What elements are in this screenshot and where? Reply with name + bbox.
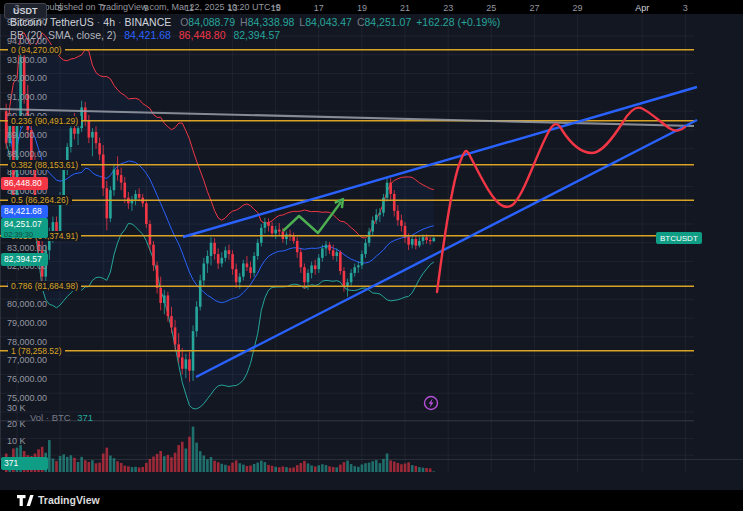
candle-body [303, 267, 306, 282]
volume-bar [271, 466, 274, 472]
volume-bar [149, 459, 152, 472]
candle-body [343, 271, 346, 286]
volume-bar [353, 466, 356, 472]
volume-bar [120, 463, 123, 472]
volume-bar [361, 464, 364, 472]
time-tick-25: 25 [486, 3, 496, 13]
volume-bar [303, 461, 306, 472]
tradingview-logo-icon [17, 494, 34, 508]
volume-bar [274, 467, 277, 472]
candle-body [228, 250, 231, 254]
candle-body [429, 240, 432, 241]
candle-body [120, 175, 123, 183]
fib-label-1: 1 (78,258.52) [8, 346, 65, 356]
volume-bar [231, 463, 234, 472]
time-tick-27: 27 [529, 3, 539, 13]
volume-bar [167, 455, 170, 472]
volume-bar [163, 456, 166, 472]
volume-bar [91, 460, 94, 472]
volume-bar [249, 465, 252, 472]
symbol-price-tag: BTCUSDT [656, 232, 702, 244]
bb-basis-value: 84,421.68 [124, 29, 171, 41]
volume-bar [84, 460, 87, 472]
candle-body [256, 243, 259, 256]
time-tick-13: 13 [228, 3, 238, 13]
volume-bar [217, 462, 220, 472]
volume-bar [375, 460, 378, 472]
volume-bar [425, 468, 428, 472]
time-tick-7: 7 [101, 3, 106, 13]
wedge-upper-trendline[interactable] [183, 87, 697, 237]
volume-bar [109, 456, 112, 472]
candle-body [328, 245, 331, 251]
volume-bar [321, 464, 324, 472]
volume-bar [253, 464, 256, 472]
candle-body [84, 107, 87, 120]
candle-body [249, 267, 252, 273]
bb-fill [6, 33, 434, 409]
candle-body [195, 307, 198, 331]
candle-body [253, 256, 256, 273]
volume-bar [48, 440, 51, 472]
volume-bar [300, 463, 303, 472]
candle-body [321, 248, 324, 257]
bb-indicator-legend[interactable]: BB (20, SMA, close, 2) 84,421.68 86,448.… [10, 29, 280, 41]
fib-label-0: 0 (94,270.00) [8, 45, 65, 55]
candle-body [246, 263, 249, 267]
separator: · [118, 16, 122, 28]
candle-body [88, 121, 91, 138]
volume-legend[interactable]: Vol · BTC 371 [30, 412, 93, 423]
volume-tick: 10 K [7, 436, 26, 446]
time-tick-11: 11 [185, 3, 194, 13]
candle-body [170, 316, 173, 327]
price-tick: 91,000.00 [7, 92, 47, 102]
candle-body [375, 215, 378, 221]
chart-canvas[interactable] [0, 0, 743, 473]
price-tick: 92,000.00 [7, 73, 47, 83]
candle-body [407, 237, 410, 245]
candle-body [353, 267, 356, 273]
candle-body [106, 188, 109, 218]
candle-body [210, 243, 213, 256]
bb-label[interactable]: BB (20, SMA, close, 2) [10, 29, 116, 41]
interval[interactable]: 4h [103, 16, 115, 28]
lightning-bolt-icon [429, 399, 434, 408]
volume-bar [415, 466, 418, 472]
fib-label-0.786: 0.786 (81,684.98) [8, 281, 81, 291]
candle-body [425, 237, 428, 240]
price-tick: 76,000.00 [7, 374, 47, 384]
candle-body [350, 273, 353, 282]
candle-body [91, 132, 94, 138]
volume-bar [228, 466, 231, 472]
volume-bar [235, 460, 238, 472]
tradingview-published-chart: Hopfree published on TradingView.com, Ma… [0, 0, 743, 511]
volume-axis-label: 371 [1, 457, 48, 470]
volume-bar [278, 467, 281, 472]
volume-bar [199, 451, 202, 472]
candle-body [422, 237, 425, 241]
volume-bar [66, 457, 69, 472]
volume-bar [246, 466, 249, 472]
volume-bar [88, 462, 91, 472]
candle-body [389, 183, 392, 194]
candle-body [185, 359, 188, 368]
volume-bar [213, 461, 216, 472]
volume-bar [185, 448, 188, 472]
price-tick: 79,000.00 [7, 318, 47, 328]
symbol-name[interactable]: Bitcoin / TetherUS [10, 16, 94, 28]
time-tick-19: 19 [357, 3, 367, 13]
time-tick-21: 21 [400, 3, 410, 13]
volume-value: 371 [77, 412, 93, 423]
volume-bar [159, 451, 162, 472]
volume-bar [77, 462, 80, 472]
candle-body [152, 245, 155, 266]
volume-bar [59, 456, 62, 472]
volume-bar [264, 462, 267, 472]
candle-body [235, 269, 238, 282]
volume-bar [317, 465, 320, 472]
bb-upper-value: 86,448.80 [179, 29, 226, 41]
change-value: +162.28 (+0.19%) [416, 16, 500, 28]
symbol-legend[interactable]: Bitcoin / TetherUS·4h·BINANCE O84,088.79… [10, 16, 500, 28]
candle-body [224, 250, 227, 258]
volume-label: Vol · BTC [30, 412, 71, 423]
